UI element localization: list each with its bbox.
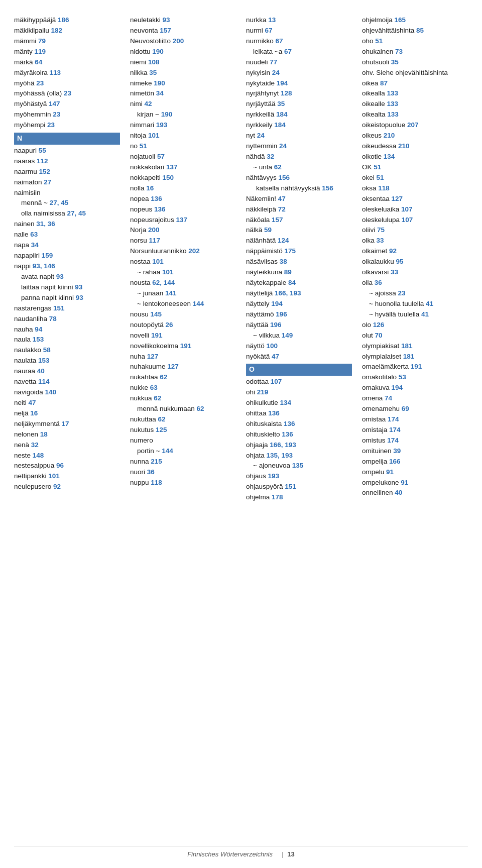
list-item: Norsunluurannikko 202: [130, 246, 236, 257]
list-item: neljä 16: [14, 408, 120, 419]
list-item: näsäviisas 38: [246, 257, 352, 267]
list-item: ohittaa 136: [246, 408, 352, 419]
list-item: naula 153: [14, 335, 120, 345]
entry-word: myöhästyä: [14, 100, 49, 107]
entry-word: oikealle: [362, 100, 387, 107]
list-item: nuppu 118: [130, 478, 236, 488]
entry-num: 128: [281, 89, 292, 97]
list-item: omena 74: [362, 393, 468, 404]
entry-word: mennä nukkumaan: [137, 405, 195, 412]
entry-word: ohjaus: [246, 472, 268, 480]
list-item: myöhempi 23: [14, 120, 120, 131]
list-item: nestesaippua 96: [14, 461, 120, 471]
list-item: napa 34: [14, 240, 120, 251]
entry-word: napapiiri: [14, 252, 42, 259]
entry-word: leikata ~a: [253, 48, 282, 55]
entry-word: omaelämäkerta: [362, 363, 411, 370]
list-item: mänty 119: [14, 47, 120, 57]
list-item: mennä nukkumaan 62: [130, 404, 236, 414]
list-item: nokkapelti 150: [130, 173, 236, 183]
entry-num: 178: [272, 493, 283, 501]
entry-num: 101: [152, 258, 164, 265]
entry-num: 36: [375, 279, 382, 286]
entry-word: nopea: [130, 195, 151, 202]
entry-word: näyttelijä: [246, 289, 275, 297]
entry-num: 32: [31, 441, 39, 449]
entry-word: ohittaa: [246, 409, 268, 417]
footer: Finnisches Wörterverzeichnis | 13: [14, 846, 468, 858]
entry-num: 26: [166, 321, 173, 329]
entry-num: 62: [154, 394, 161, 402]
entry-num: 24: [279, 142, 287, 150]
list-item: nuha 127: [130, 352, 236, 362]
entry-word: nuha: [130, 353, 147, 360]
entry-word: nopeusrajoitus: [130, 216, 176, 224]
list-item: ohutsuoli 35: [362, 57, 468, 68]
entry-num: 32: [267, 153, 274, 160]
entry-word: nauha: [14, 325, 35, 333]
list-item: nunna 215: [130, 457, 236, 467]
entry-word: neljä: [14, 409, 30, 417]
entry-num: 119: [35, 48, 46, 55]
entry-num: 100: [267, 342, 278, 350]
list-item: neste 148: [14, 451, 120, 461]
entry-num: 63: [30, 231, 38, 238]
list-item: ~ unta 62: [246, 162, 352, 173]
list-item: nurkka 13: [246, 15, 352, 26]
entry-word: ohi: [246, 388, 257, 396]
entry-num: 24: [257, 132, 265, 139]
entry-word: napa: [14, 241, 31, 249]
entry-num: 200: [173, 37, 184, 45]
list-item: näyttelijä 166, 193: [246, 288, 352, 299]
list-item: ohituskaista 136: [246, 419, 352, 429]
entry-word: ohjevähittäishinta: [362, 27, 416, 34]
list-item: nalle 63: [14, 230, 120, 240]
list-item: omenamehu 69: [362, 404, 468, 414]
entry-num: 191: [180, 342, 192, 350]
entry-num: 34: [31, 241, 39, 249]
list-item: myöhästyä 147: [14, 99, 120, 110]
entry-word: ohjaaja: [246, 441, 270, 449]
list-item: ompelija 166: [362, 457, 468, 467]
entry-word: neljäkymmentä: [14, 420, 62, 427]
entry-word: näytekappale: [246, 279, 288, 286]
list-item: nainen 31, 36: [14, 219, 120, 230]
entry-num: 62: [158, 415, 166, 423]
entry-word: olkalaukku: [362, 258, 396, 265]
entry-word: nuori: [130, 468, 147, 476]
entry-word: ohikulkutie: [246, 399, 280, 406]
list-item: olla 36: [362, 278, 468, 288]
entry-word: naarmu: [14, 168, 39, 175]
entry-num: 41: [419, 310, 429, 318]
entry-word: nykytaide: [246, 79, 277, 87]
entry-word: omistaa: [362, 415, 388, 423]
entry-word: näyttämö: [246, 310, 276, 318]
entry-num: 62, 144: [152, 279, 175, 286]
entry-num: 51: [140, 142, 147, 150]
list-item: neuvonta 157: [130, 26, 236, 36]
entry-num: 67: [282, 48, 292, 55]
entry-word: oksentaa: [362, 195, 392, 202]
list-item: naulakko 58: [14, 345, 120, 356]
entry-suffix: Siehe ohjevähittäishinta: [376, 69, 448, 76]
entry-word: nykyisin: [246, 69, 272, 76]
list-item: näyttämö 196: [246, 309, 352, 320]
entry-word: onnellinen: [362, 489, 395, 496]
entry-num: 190: [159, 111, 172, 118]
list-item: oikeistopuolue 207: [362, 120, 468, 131]
list-item: omistus 174: [362, 436, 468, 446]
entry-num: 101: [160, 268, 173, 276]
list-item: Norja 200: [130, 225, 236, 236]
entry-word: olut: [362, 332, 375, 339]
entry-num: 16: [146, 184, 154, 192]
entry-word: nousu: [130, 310, 151, 318]
entry-word: navigoida: [14, 388, 45, 396]
entry-word: ~ vilkkua: [253, 332, 280, 339]
entry-word: ohituskaista: [246, 420, 284, 427]
entry-word: nokkapelti: [130, 174, 163, 181]
entry-word: olympiakisat: [362, 342, 401, 350]
list-item: ohjauspyörä 151: [246, 482, 352, 492]
footer-title: Finnisches Wörterverzeichnis: [187, 850, 273, 858]
entry-num: 34: [156, 89, 164, 97]
entry-word: omituinen: [362, 447, 393, 455]
